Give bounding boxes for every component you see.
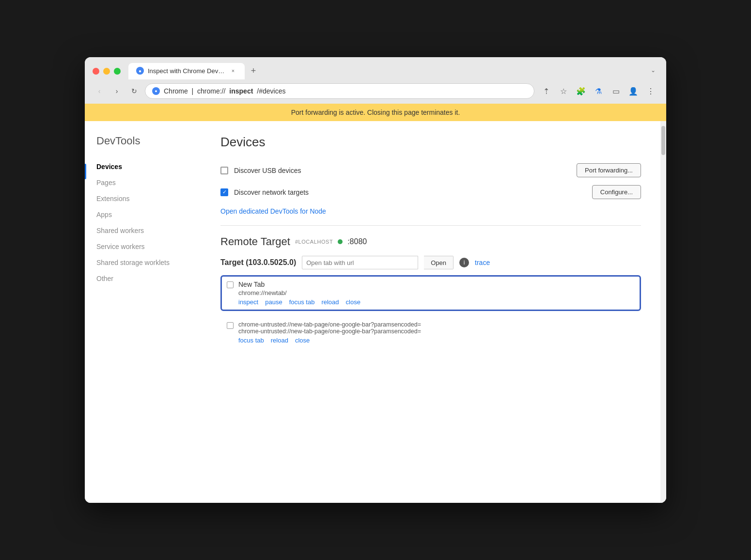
bookmark-icon[interactable]: ☆ — [556, 83, 571, 99]
more-menu-icon[interactable]: ⋮ — [643, 83, 658, 99]
remote-target-header: Remote Target #LOCALHOST :8080 — [220, 235, 641, 248]
new-tab-button[interactable]: + — [247, 64, 260, 78]
refresh-button[interactable]: ↻ — [127, 84, 141, 98]
action-reload[interactable]: reload — [321, 298, 339, 306]
url-suffix: /#devices — [257, 87, 285, 95]
network-label: Discover network targets — [234, 188, 586, 196]
action-reload-2[interactable]: reload — [271, 337, 288, 344]
back-button[interactable]: ‹ — [93, 84, 106, 98]
remote-target-host: #LOCALHOST — [295, 239, 333, 245]
section-divider — [220, 225, 641, 226]
close-button[interactable] — [93, 68, 99, 75]
target-untrusted-url2: chrome-untrusted://new-tab-page/one-goog… — [238, 328, 635, 335]
trace-link[interactable]: trace — [475, 259, 490, 266]
tabs-menu-button[interactable]: ⌄ — [648, 65, 658, 76]
url-bold-part: inspect — [229, 87, 253, 95]
scrollbar-thumb[interactable] — [661, 126, 665, 155]
url-bar[interactable]: ● Chrome | chrome://inspect/#devices — [145, 83, 534, 99]
target-group-header: Target (103.0.5025.0) Open i trace — [220, 256, 641, 269]
usb-option-row: Discover USB devices Port forwarding... — [220, 163, 641, 177]
sidebar-active-indicator — [85, 164, 86, 179]
content-area: Devices Discover USB devices Port forwar… — [201, 121, 660, 503]
action-focus-tab-2[interactable]: focus tab — [238, 337, 264, 344]
action-close-2[interactable]: close — [295, 337, 310, 344]
remote-target-port: :8080 — [347, 237, 367, 246]
page-title: Devices — [220, 135, 641, 150]
usb-label: Discover USB devices — [234, 167, 571, 174]
sidebar-item-pages[interactable]: Pages — [96, 175, 201, 191]
target-untrusted-info: chrome-untrusted://new-tab-page/one-goog… — [238, 321, 635, 344]
target-item-new-tab: New Tab chrome://newtab/ inspect pause f… — [220, 275, 641, 311]
browser-window: ● Inspect with Chrome Develop... × + ⌄ ‹… — [85, 57, 666, 503]
sidebar-item-extensions[interactable]: Extensions — [96, 191, 201, 207]
port-forwarding-banner: Port forwarding is active. Closing this … — [85, 104, 666, 121]
devtools-icon[interactable]: ⚗ — [591, 83, 606, 99]
site-icon: ● — [152, 87, 160, 95]
tab-label: Inspect with Chrome Develop... — [148, 67, 225, 75]
profile-icon[interactable]: 👤 — [626, 83, 641, 99]
target-group-name: Target (103.0.5025.0) — [220, 258, 296, 267]
sidebar: DevTools Devices Pages Extensions Apps S… — [85, 121, 201, 503]
url-prefix: Chrome | chrome:// — [164, 87, 225, 95]
open-tab-button[interactable]: Open — [424, 256, 454, 269]
forward-button[interactable]: › — [110, 84, 124, 98]
open-tab-url-input[interactable] — [302, 256, 418, 269]
sidebar-item-devices[interactable]: Devices — [96, 159, 201, 175]
target-new-tab-info: New Tab chrome://newtab/ inspect pause f… — [238, 280, 635, 306]
target-new-tab-name: New Tab — [238, 280, 635, 288]
action-close[interactable]: close — [346, 298, 360, 306]
action-focus-tab[interactable]: focus tab — [289, 298, 315, 306]
action-inspect[interactable]: inspect — [238, 298, 258, 306]
sidebar-item-shared-storage-worklets[interactable]: Shared storage worklets — [96, 255, 201, 271]
title-bar: ● Inspect with Chrome Develop... × + ⌄ — [85, 57, 666, 79]
tabs-area: ● Inspect with Chrome Develop... × + — [128, 63, 642, 79]
sidebar-item-apps[interactable]: Apps — [96, 207, 201, 223]
main-content: DevTools Devices Pages Extensions Apps S… — [85, 121, 666, 503]
target-untrusted-checkbox[interactable] — [227, 322, 234, 329]
target-item-untrusted: chrome-untrusted://new-tab-page/one-goog… — [220, 316, 641, 349]
action-pause[interactable]: pause — [265, 298, 282, 306]
target-untrusted-actions: focus tab reload close — [238, 337, 635, 344]
sidebar-title: DevTools — [96, 135, 201, 147]
target-new-tab-url: chrome://newtab/ — [238, 289, 635, 296]
info-icon[interactable]: i — [459, 258, 469, 267]
tab-close-button[interactable]: × — [229, 67, 237, 75]
status-indicator — [338, 239, 343, 244]
remote-target-title: Remote Target — [220, 235, 290, 248]
tab-favicon: ● — [136, 67, 144, 75]
sidebar-item-shared-workers[interactable]: Shared workers — [96, 223, 201, 239]
target-untrusted-url: chrome-untrusted://new-tab-page/one-goog… — [238, 321, 635, 328]
configure-button[interactable]: Configure... — [592, 185, 641, 199]
maximize-button[interactable] — [114, 68, 121, 75]
extensions-icon[interactable]: 🧩 — [573, 83, 589, 99]
minimize-button[interactable] — [103, 68, 110, 75]
usb-checkbox[interactable] — [220, 167, 228, 174]
network-checkbox[interactable] — [220, 188, 228, 196]
address-bar: ‹ › ↻ ● Chrome | chrome://inspect/#devic… — [85, 79, 666, 104]
share-icon[interactable]: ⇡ — [538, 83, 554, 99]
network-option-row: Discover network targets Configure... — [220, 185, 641, 199]
sidebar-item-other[interactable]: Other — [96, 271, 201, 287]
scrollbar-track[interactable] — [660, 121, 666, 503]
tab-extras: ⌄ — [648, 65, 658, 76]
target-new-tab-actions: inspect pause focus tab reload close — [238, 298, 635, 306]
sidebar-item-service-workers[interactable]: Service workers — [96, 239, 201, 255]
target-new-tab-checkbox[interactable] — [227, 281, 234, 288]
toolbar-icons: ⇡ ☆ 🧩 ⚗ ▭ 👤 ⋮ — [538, 83, 658, 99]
devtools-node-link[interactable]: Open dedicated DevTools for Node — [220, 207, 326, 215]
port-forwarding-button[interactable]: Port forwarding... — [577, 163, 641, 177]
traffic-lights — [93, 68, 121, 75]
active-tab[interactable]: ● Inspect with Chrome Develop... × — [128, 63, 245, 79]
split-screen-icon[interactable]: ▭ — [608, 83, 624, 99]
